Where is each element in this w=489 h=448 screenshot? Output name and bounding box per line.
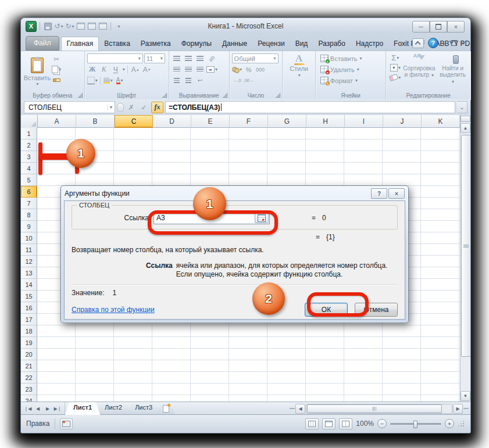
argument-input[interactable]	[154, 213, 249, 223]
save-button[interactable]	[43, 21, 52, 31]
row-header[interactable]: 18	[21, 325, 37, 337]
orientation-button[interactable]: ab	[206, 53, 217, 63]
redo-button[interactable]: ↻▾	[65, 21, 74, 31]
dialog-help-button[interactable]: ?	[371, 188, 387, 199]
column-header[interactable]: D	[153, 115, 191, 128]
ribbon-tab[interactable]: Вставка	[99, 37, 135, 51]
column-header[interactable]: F	[230, 115, 268, 128]
copy-button[interactable]: ▾	[51, 64, 62, 74]
customize-qat-button[interactable]: ▾	[114, 21, 123, 31]
restore-button[interactable]	[430, 21, 447, 33]
column-header[interactable]: E	[191, 115, 230, 128]
undo-button[interactable]: ↺▾	[54, 21, 63, 31]
align-left-button[interactable]	[172, 64, 182, 74]
horizontal-split-handle[interactable]	[463, 408, 469, 409]
last-sheet-button[interactable]: ▶❘	[53, 404, 62, 413]
paste-button[interactable]: Вставить ▾	[23, 53, 51, 91]
dialog-launcher-icon[interactable]	[162, 93, 167, 98]
calculator-button[interactable]	[98, 21, 108, 31]
select-all-corner[interactable]	[21, 115, 38, 128]
row-header[interactable]: 16	[21, 302, 37, 314]
comma-style-button[interactable]: 000	[255, 64, 266, 74]
shrink-font-button[interactable]: А▼	[142, 64, 152, 74]
ribbon-tab[interactable]: Главная	[61, 37, 99, 51]
row-header[interactable]: 22	[21, 372, 37, 384]
minimize-ribbon-button[interactable]	[412, 38, 424, 48]
tab-split-handle[interactable]	[290, 408, 295, 409]
page-layout-view-button[interactable]	[322, 418, 335, 429]
workbook-restore-button[interactable]	[451, 40, 457, 46]
row-header[interactable]: 9	[21, 221, 37, 232]
zoom-in-button[interactable]: +	[445, 419, 454, 428]
help-button[interactable]: ?	[428, 38, 438, 48]
horizontal-scroll-track[interactable]	[306, 404, 452, 414]
fill-button[interactable]: ▼▾	[390, 63, 401, 73]
insert-function-button[interactable]: fx	[151, 102, 163, 113]
accounting-format-button[interactable]: ▾	[232, 64, 242, 74]
font-color-button[interactable]: А▾	[115, 76, 125, 85]
borders-button[interactable]: ▾	[87, 76, 98, 85]
name-box[interactable]: СТОЛБЕЦ ▾	[24, 101, 115, 113]
align-bottom-button[interactable]	[195, 53, 205, 63]
column-header[interactable]: C	[115, 115, 153, 128]
row-header[interactable]: 24	[21, 395, 37, 402]
scroll-down-button[interactable]: ▼	[461, 391, 470, 401]
find-select-button[interactable]: Найти и выделить ▾	[437, 53, 468, 91]
column-header[interactable]: G	[268, 115, 306, 128]
format-painter-button[interactable]	[51, 75, 62, 85]
row-header[interactable]: 8	[21, 209, 37, 221]
table-view-button[interactable]	[76, 21, 85, 31]
align-middle-button[interactable]	[183, 53, 194, 63]
function-help-link[interactable]: Справка по этой функции	[72, 306, 155, 314]
previous-sheet-button[interactable]: ◀	[33, 404, 42, 413]
ribbon-tab[interactable]: Надстро	[351, 37, 388, 51]
next-sheet-button[interactable]: ▶	[43, 404, 52, 413]
increase-decimal-button[interactable]: ←,0	[232, 76, 242, 85]
name-box-resize-handle[interactable]	[117, 103, 124, 112]
workbook-minimize-button[interactable]: ─	[442, 40, 447, 46]
row-header[interactable]: 19	[21, 337, 37, 349]
cell-styles-button[interactable]: А Стили ▾	[287, 53, 310, 91]
column-header[interactable]: H	[306, 115, 345, 128]
row-header[interactable]: 6	[21, 186, 37, 198]
ribbon-tab[interactable]: Рецензи	[252, 37, 290, 51]
row-header[interactable]: 23	[21, 384, 37, 395]
percent-style-button[interactable]: %	[244, 64, 254, 74]
horizontal-scroll-thumb[interactable]	[307, 404, 442, 413]
column-header[interactable]: A	[38, 115, 76, 128]
row-header[interactable]: 15	[21, 291, 37, 302]
cancel-entry-button[interactable]: ✗	[126, 102, 137, 113]
align-top-button[interactable]	[172, 53, 182, 63]
enter-entry-button[interactable]: ✓	[138, 102, 149, 113]
ribbon-tab[interactable]: Разрабо	[313, 37, 351, 51]
column-header[interactable]: K	[422, 115, 460, 128]
decrease-indent-button[interactable]	[172, 76, 182, 85]
workbook-close-button[interactable]: ×	[461, 40, 465, 46]
dialog-close-button[interactable]: ×	[388, 188, 405, 199]
excel-app-icon[interactable]: X	[26, 21, 37, 32]
font-size-select[interactable]: 11▾	[144, 53, 165, 63]
cut-button[interactable]: ✂	[51, 54, 62, 64]
collapse-dialog-button[interactable]	[255, 213, 269, 223]
sheet-tab[interactable]: Лист3	[127, 402, 160, 415]
bold-button[interactable]: Ж	[87, 64, 98, 74]
delete-cells-button[interactable]: × Удалить ▾	[320, 64, 384, 74]
dialog-launcher-icon[interactable]	[223, 93, 227, 98]
row-header[interactable]: 4	[21, 163, 37, 174]
ribbon-tab[interactable]: Вид	[290, 37, 313, 51]
ribbon-tab[interactable]: Данные	[217, 37, 252, 51]
row-header[interactable]: 3	[21, 151, 37, 163]
row-header[interactable]: 10	[21, 232, 37, 244]
first-sheet-button[interactable]: ❘◀	[23, 404, 33, 413]
page-break-view-button[interactable]	[339, 418, 352, 429]
sheet-tab[interactable]: Лист1	[65, 402, 100, 415]
dialog-launcher-icon[interactable]	[78, 93, 83, 98]
normal-view-button[interactable]	[305, 418, 319, 429]
row-header[interactable]: 2	[21, 139, 37, 151]
column-header[interactable]: B	[76, 115, 115, 128]
ok-button[interactable]: ОК	[305, 303, 348, 317]
decrease-decimal-button[interactable]: ,00→	[244, 76, 254, 85]
zoom-slider-track[interactable]	[390, 423, 441, 425]
column-header[interactable]: I	[345, 115, 383, 128]
scroll-left-button[interactable]: ◀	[295, 404, 305, 414]
